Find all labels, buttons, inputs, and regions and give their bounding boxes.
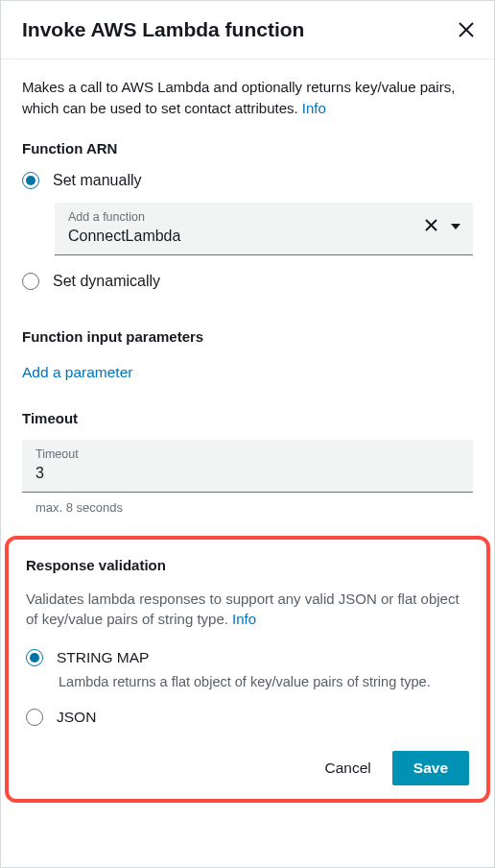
timeout-value: 3 [35,465,460,482]
timeout-helper: max. 8 seconds [35,500,473,515]
timeout-title: Timeout [22,410,473,426]
info-link[interactable]: Info [302,100,326,116]
radio-icon-selected [22,172,39,189]
function-select-inner: Add a function ConnectLambda [68,210,424,245]
timeout-field-label: Timeout [35,447,460,461]
description-text: Makes a call to AWS Lambda and optionall… [22,79,455,116]
panel-header: Invoke AWS Lambda function [1,1,494,60]
string-map-label: STRING MAP [57,649,149,666]
timeout-input[interactable]: Timeout 3 [22,440,473,493]
function-arn-title: Function ARN [22,140,473,157]
close-icon[interactable] [458,21,475,38]
string-map-sub: Lambda returns a flat object of key/valu… [59,674,469,689]
input-params-title: Function input parameters [22,328,473,345]
response-validation-section: Response validation Validates lambda res… [5,536,490,804]
radio-icon-unselected [22,273,39,290]
add-parameter-link[interactable]: Add a parameter [22,364,473,381]
function-select-value: ConnectLambda [68,228,424,245]
json-label: JSON [57,709,96,726]
lambda-config-panel: Invoke AWS Lambda function Makes a call … [0,0,495,868]
radio-set-dynamically[interactable]: Set dynamically [22,273,473,290]
rv-info-link[interactable]: Info [232,611,256,627]
radio-set-manually[interactable]: Set manually [22,172,473,189]
response-validation-desc: Validates lambda responses to support an… [26,589,469,631]
panel-description: Makes a call to AWS Lambda and optionall… [22,77,473,119]
function-select-actions [424,218,461,236]
footer-actions: Cancel Save [26,751,469,785]
svg-marker-4 [451,224,460,229]
response-validation-title: Response validation [26,557,469,573]
save-button[interactable]: Save [392,751,469,785]
radio-icon-unselected [26,709,43,726]
set-dynamically-label: Set dynamically [53,273,160,290]
function-select[interactable]: Add a function ConnectLambda [55,203,473,255]
radio-json[interactable]: JSON [26,709,469,726]
radio-string-map[interactable]: STRING MAP [26,649,469,666]
set-manually-label: Set manually [53,172,142,189]
function-select-label: Add a function [68,210,424,224]
clear-icon[interactable] [424,218,438,236]
cancel-button[interactable]: Cancel [321,752,375,784]
panel-body: Makes a call to AWS Lambda and optionall… [1,60,494,867]
radio-icon-selected [26,649,43,666]
panel-title: Invoke AWS Lambda function [22,18,304,41]
chevron-down-icon[interactable] [450,219,461,236]
